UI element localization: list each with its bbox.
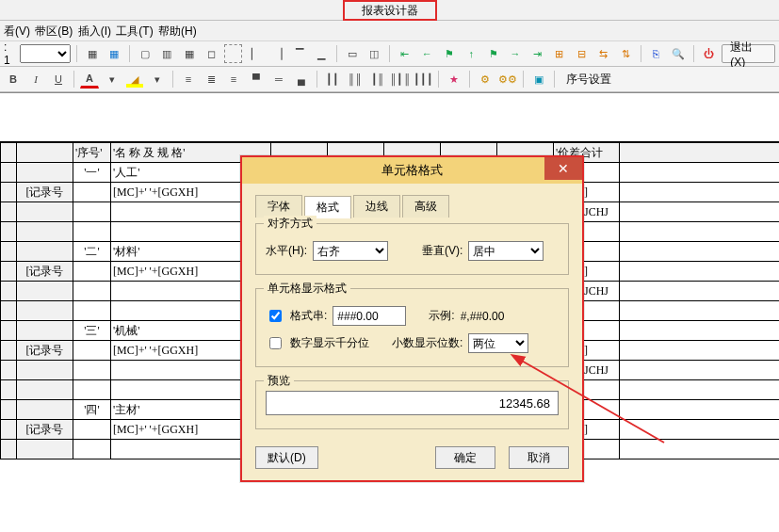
menu-band[interactable]: 带区(B) xyxy=(35,21,73,41)
grid-cell[interactable] xyxy=(1,301,17,321)
row-mark-cell[interactable] xyxy=(17,400,73,420)
menu-insert[interactable]: 插入(I) xyxy=(78,21,111,41)
align-left-icon[interactable]: ≡ xyxy=(179,70,198,89)
row-mark-cell[interactable]: [记录号 xyxy=(17,420,73,440)
chevron-down-icon[interactable]: ▾ xyxy=(103,70,122,89)
row-mark-cell[interactable]: [记录号 xyxy=(17,341,73,361)
row-mark-cell[interactable] xyxy=(17,361,73,380)
grid-cell[interactable] xyxy=(73,282,111,301)
grid-cell[interactable] xyxy=(73,262,111,282)
grid-cell[interactable] xyxy=(1,341,17,361)
grid-cell[interactable] xyxy=(1,400,17,420)
nav-first-icon[interactable]: ⇤ xyxy=(396,44,414,63)
row-mark-cell[interactable] xyxy=(17,380,73,400)
grid-cell[interactable] xyxy=(73,301,111,321)
nav-next-icon[interactable]: → xyxy=(506,44,524,63)
grid-cell[interactable] xyxy=(73,440,111,459)
dist-v-icon[interactable]: ⇅ xyxy=(617,44,635,63)
grid-cell[interactable] xyxy=(73,202,111,222)
grid-cell[interactable] xyxy=(620,222,780,242)
grid-cell[interactable] xyxy=(73,420,111,440)
border-dashed-icon[interactable] xyxy=(224,44,242,63)
border-bottom-icon[interactable]: ▁ xyxy=(313,44,331,63)
row-mark-cell[interactable] xyxy=(17,282,73,301)
barcode4-icon[interactable]: ║┃║ xyxy=(391,70,410,89)
ok-button[interactable]: 确定 xyxy=(435,446,495,469)
row-mark-cell[interactable] xyxy=(17,440,73,459)
cancel-button[interactable]: 取消 xyxy=(509,446,569,469)
menu-help[interactable]: 帮助(H) xyxy=(158,21,197,41)
grid-cell[interactable] xyxy=(73,361,111,380)
grid-cell[interactable] xyxy=(620,301,780,321)
gears-icon[interactable]: ⚙⚙ xyxy=(498,70,517,89)
barcode1-icon[interactable]: ┃┃ xyxy=(323,70,342,89)
border-left-icon[interactable]: ▏ xyxy=(246,44,264,63)
grid-cell[interactable] xyxy=(620,183,780,202)
grid-cell[interactable] xyxy=(620,400,780,420)
tab-border[interactable]: 边线 xyxy=(353,195,400,218)
grid-cell[interactable] xyxy=(73,380,111,400)
insert-col-icon[interactable]: ⊟ xyxy=(573,44,591,63)
border-outer-icon[interactable]: ▢ xyxy=(136,44,154,63)
insert-row-icon[interactable]: ⊞ xyxy=(550,44,568,63)
row-mark-cell[interactable] xyxy=(17,321,73,341)
grid-cell[interactable] xyxy=(620,262,780,282)
row-mark-cell[interactable]: [记录号 xyxy=(17,183,73,202)
grid-cell[interactable] xyxy=(620,202,780,222)
grid-cell[interactable] xyxy=(620,321,780,341)
sequence-settings-button[interactable]: 序号设置 xyxy=(560,72,617,88)
align-middle-icon[interactable]: ═ xyxy=(269,70,288,89)
border-inner-icon[interactable]: ▥ xyxy=(158,44,176,63)
grid-cell[interactable] xyxy=(1,420,17,440)
bold-button[interactable]: B xyxy=(4,70,23,89)
search-icon[interactable]: 🔍 xyxy=(669,44,687,63)
grid-cell[interactable] xyxy=(1,361,17,380)
split-icon[interactable]: ◫ xyxy=(365,44,383,63)
zoom-select[interactable] xyxy=(20,44,71,63)
align-top-icon[interactable]: ▀ xyxy=(247,70,266,89)
font-color-button[interactable]: A xyxy=(80,70,99,89)
grid-cell[interactable] xyxy=(1,282,17,301)
thousand-separator-checkbox[interactable] xyxy=(269,337,282,349)
v-align-select[interactable]: 顶端居中底端 xyxy=(468,241,544,261)
menu-tools[interactable]: 工具(T) xyxy=(116,21,153,41)
barcode2-icon[interactable]: ║║ xyxy=(346,70,365,89)
merge-icon[interactable]: ▭ xyxy=(343,44,361,63)
barcode5-icon[interactable]: ┃┃┃ xyxy=(414,70,432,89)
grid-cell[interactable] xyxy=(620,242,780,262)
grid-cell[interactable]: '四' xyxy=(73,400,111,420)
grid-cell[interactable]: '三' xyxy=(73,321,111,341)
tab-advanced[interactable]: 高级 xyxy=(402,195,449,218)
image-icon[interactable]: ▣ xyxy=(529,70,548,89)
grid-cell[interactable] xyxy=(1,163,17,183)
grid-cell[interactable] xyxy=(620,163,780,183)
grid-cell[interactable] xyxy=(73,222,111,242)
menu-view[interactable]: 看(V) xyxy=(4,21,30,41)
grid-cell[interactable] xyxy=(1,242,17,262)
grid-cell[interactable] xyxy=(620,282,780,301)
grid-cell[interactable] xyxy=(620,341,780,361)
close-button[interactable]: ✕ xyxy=(544,157,582,180)
grid-cell[interactable]: '一' xyxy=(73,163,111,183)
fill-color-button[interactable]: ◢ xyxy=(125,70,144,89)
nav-flag1-icon[interactable]: ⚑ xyxy=(440,44,458,63)
grid-cell[interactable] xyxy=(1,440,17,459)
align-center-icon[interactable]: ≣ xyxy=(202,70,220,89)
format-string-checkbox[interactable] xyxy=(269,310,282,322)
tab-font[interactable]: 字体 xyxy=(255,195,302,218)
gear-icon[interactable]: ⚙ xyxy=(476,70,495,89)
grid-cell[interactable] xyxy=(620,440,780,459)
row-handle[interactable] xyxy=(1,143,17,163)
grid-cell[interactable] xyxy=(1,380,17,400)
italic-button[interactable]: I xyxy=(26,70,45,89)
default-button[interactable]: 默认(D) xyxy=(255,446,318,469)
decimals-select[interactable]: 零位一位两位三位四位 xyxy=(468,333,528,353)
grid-cell[interactable] xyxy=(73,183,111,202)
grid-cell[interactable] xyxy=(620,420,780,440)
nav-up-icon[interactable]: ↑ xyxy=(462,44,479,63)
format-string-input[interactable] xyxy=(333,306,406,326)
nav-prev-icon[interactable]: ← xyxy=(418,44,436,63)
border-top-icon[interactable]: ▔ xyxy=(290,44,308,63)
underline-button[interactable]: U xyxy=(49,70,68,89)
border-all-icon[interactable]: ▦ xyxy=(180,44,198,63)
